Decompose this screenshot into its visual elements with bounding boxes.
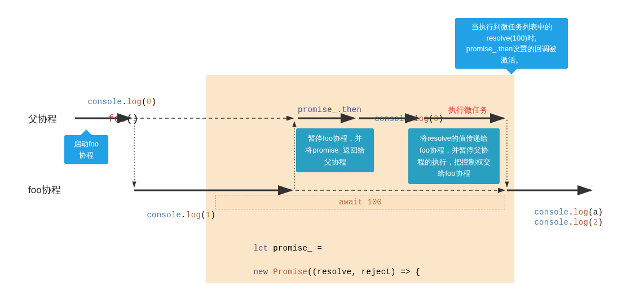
callout-microtask-resolve: 当执行到微任务列表中的 resolve(100)时, promise_.then… <box>455 18 568 69</box>
callout-pause-foo: 暂停foo协程，并 将promise_返回给 父协程 <box>296 128 374 172</box>
label-foo-coroutine: foo协程 <box>28 184 61 196</box>
code-console-log-1: console.log(1) <box>137 202 215 220</box>
code-promise-definition: let promise_ = new Promise((resolve, rej… <box>244 231 420 286</box>
callout-resolve-pass: 将resolve的值传递给 foo协程，并暂停父协 程的执行，把控制权交 给fo… <box>408 128 500 184</box>
code-foo-call: foo() <box>96 102 139 124</box>
code-console-log-2: console.log(2) <box>524 209 603 227</box>
await-box: await 100 <box>215 195 505 209</box>
label-exec-microtask: 执行微任务 <box>448 105 488 115</box>
callout-start-foo: 启动foo 协程 <box>64 135 108 164</box>
code-promise-then: promise_.then <box>298 105 361 114</box>
code-console-log-3: console.log(3) <box>365 105 443 123</box>
label-parent-coroutine: 父协程 <box>28 113 57 126</box>
